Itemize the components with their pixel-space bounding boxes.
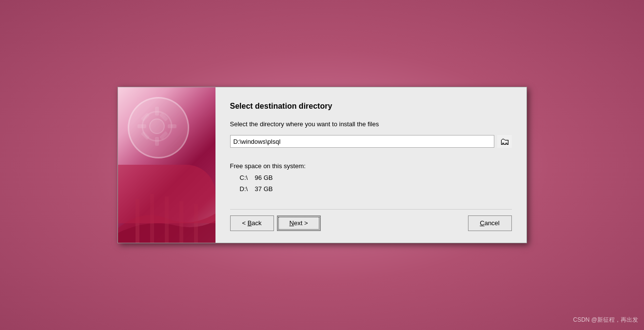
svg-point-1 (150, 119, 164, 134)
button-row: < Back Next > Cancel (230, 209, 512, 233)
back-label: < Back (242, 219, 261, 227)
browse-button[interactable]: 🗂 (497, 135, 512, 148)
cancel-label: Cancel (480, 219, 499, 227)
path-row: 🗂 (230, 135, 512, 148)
freespace-drive-c: C:\ 96 GB (230, 173, 512, 183)
dialog-title: Select destination directory (230, 102, 512, 111)
drive-c-label: C:\ 96 GB (240, 174, 273, 181)
dialog-body: Select destination directory Select the … (118, 87, 527, 242)
next-label: Next > (290, 219, 308, 227)
cancel-button[interactable]: Cancel (468, 215, 512, 231)
gear-decoration-icon (133, 102, 181, 151)
freespace-section: Free space on this system: C:\ 96 GB D:\… (230, 162, 512, 194)
dialog-subtitle: Select the directory where you want to i… (230, 120, 512, 128)
left-panel (118, 87, 215, 242)
next-button[interactable]: Next > (277, 215, 321, 231)
svg-rect-3 (155, 137, 159, 146)
svg-rect-5 (168, 124, 176, 128)
svg-rect-2 (155, 107, 159, 116)
drive-d-label: D:\ 37 GB (240, 185, 273, 193)
freespace-drive-d: D:\ 37 GB (230, 184, 512, 194)
destination-path-input[interactable] (230, 135, 494, 148)
installer-dialog: Select destination directory Select the … (117, 87, 527, 243)
svg-rect-4 (137, 124, 146, 128)
freespace-title: Free space on this system: (230, 162, 512, 170)
left-panel-image (118, 87, 215, 242)
folder-icon: 🗂 (500, 136, 509, 147)
right-panel: Select destination directory Select the … (215, 87, 527, 242)
watermark: CSDN @新征程，再出发 (573, 316, 638, 324)
wave-decoration (118, 170, 215, 243)
back-button[interactable]: < Back (230, 215, 274, 231)
